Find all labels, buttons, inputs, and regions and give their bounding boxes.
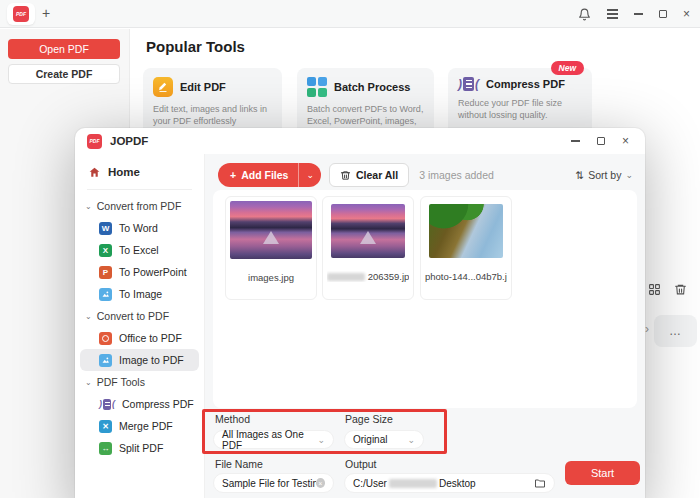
file-name-field-label: File Name (215, 458, 263, 470)
open-pdf-button[interactable]: Open PDF (8, 39, 120, 59)
new-tab-button[interactable]: + (42, 5, 50, 21)
page-size-select[interactable]: Original ⌄ (344, 430, 424, 449)
image-thumbnail (429, 204, 503, 258)
tool-card-description: Edit text, images and links in your PDF … (153, 104, 272, 127)
folder-browse-icon[interactable] (534, 477, 546, 489)
file-grid-panel: images.jpg 206359.jpg photo-144...04b7b.… (213, 190, 637, 408)
clear-input-icon[interactable]: × (316, 478, 325, 488)
merge-icon: ✕ (99, 420, 112, 433)
image-thumbnail (331, 204, 405, 258)
new-badge: New (551, 61, 584, 75)
edit-pdf-icon (153, 77, 173, 97)
chevron-down-icon: ⌄ (407, 435, 415, 445)
add-files-dropdown-chevron[interactable]: ⌄ (299, 170, 321, 180)
start-button[interactable]: Start (565, 461, 640, 485)
tool-card-title: Batch Process (334, 81, 410, 93)
dialog-close-button[interactable]: × (622, 135, 629, 147)
sidebar-item-merge-pdf[interactable]: ✕ Merge PDF (75, 415, 204, 437)
home-icon (88, 166, 101, 179)
create-pdf-button[interactable]: Create PDF (8, 64, 120, 84)
output-label: Output (345, 458, 377, 470)
notification-bell-icon[interactable] (578, 8, 591, 21)
file-card[interactable]: photo-144...04b7b.jpg (420, 196, 512, 300)
dialog-logo-icon: PDF (87, 134, 102, 149)
maximize-button[interactable] (659, 10, 667, 18)
grid-view-icon[interactable] (648, 283, 661, 296)
method-label: Method (215, 413, 250, 425)
sidebar-item-split-pdf[interactable]: ↔ Split PDF (75, 437, 204, 459)
word-icon: W (99, 222, 112, 235)
trash-icon[interactable] (674, 283, 687, 296)
sidebar-item-compress-pdf[interactable]: )( Compress PDF (75, 393, 204, 415)
powerpoint-icon: P (99, 266, 112, 279)
sidebar-group-convert-to-pdf[interactable]: ⌄ Convert to PDF (75, 305, 204, 327)
tool-card-title: Edit PDF (180, 81, 226, 93)
plus-icon: + (230, 169, 236, 181)
dialog-sidebar: Home ⌄ Convert from PDF W To Word X To E… (75, 154, 205, 498)
dialog-title-bar: PDF JOPDF × (75, 128, 645, 154)
file-name-label: images.jpg (230, 272, 312, 283)
sidebar-group-pdf-tools[interactable]: ⌄ PDF Tools (75, 371, 204, 393)
chevron-down-icon: ⌄ (625, 170, 633, 180)
tool-card-description: Reduce your PDF file size without lossin… (458, 98, 582, 121)
jopdf-dialog: PDF JOPDF × Home ⌄ Convert from PDF W To… (75, 128, 645, 498)
minimize-button[interactable] (634, 13, 643, 15)
tab-bar: PDF + × (0, 0, 700, 28)
page-size-label: Page Size (345, 413, 393, 425)
sidebar-item-to-powerpoint[interactable]: P To PowerPoint (75, 261, 204, 283)
app-logo-icon: PDF (13, 6, 29, 22)
sort-icon: ⇅ (575, 169, 584, 181)
sidebar-item-to-word[interactable]: W To Word (75, 217, 204, 239)
chevron-down-icon: ⌄ (85, 202, 92, 211)
redacted-text (327, 273, 365, 281)
dialog-title: JOPDF (110, 135, 148, 147)
chevron-down-icon: ⌄ (317, 435, 325, 445)
excel-icon: X (99, 244, 112, 257)
sidebar-item-to-image[interactable]: To Image (75, 283, 204, 305)
chevron-down-icon: ⌄ (85, 378, 92, 387)
app-screen: PDF + × Open PDF Create PDF Popular Tool… (0, 0, 700, 498)
image-icon (99, 288, 112, 301)
split-icon: ↔ (99, 442, 112, 455)
image-icon (99, 354, 112, 367)
app-tab[interactable]: PDF (7, 3, 35, 25)
file-name-input[interactable]: Sample File for Testing × (213, 473, 334, 493)
dialog-maximize-button[interactable] (597, 137, 605, 145)
sidebar-group-convert-from-pdf[interactable]: ⌄ Convert from PDF (75, 195, 204, 217)
add-files-button[interactable]: + Add Files ⌄ (218, 163, 321, 187)
sidebar-item-to-excel[interactable]: X To Excel (75, 239, 204, 261)
menu-icon[interactable] (607, 9, 618, 19)
output-path-input[interactable]: C:/User Desktop (344, 473, 555, 493)
office-icon (99, 332, 112, 345)
chevron-down-icon: ⌄ (85, 312, 92, 321)
dialog-minimize-button[interactable] (571, 140, 580, 142)
dialog-main: + Add Files ⌄ Clear All 3 images added ⇅… (205, 154, 645, 498)
compress-pdf-icon: )( (458, 77, 479, 91)
method-select[interactable]: All Images as One PDF ⌄ (213, 430, 334, 449)
file-name-label: photo-144...04b7b.jpg (425, 271, 507, 282)
redacted-text (389, 479, 437, 488)
sidebar-item-image-to-pdf[interactable]: Image to PDF (80, 349, 199, 371)
tool-card-title: Compress PDF (486, 78, 565, 90)
images-added-status: 3 images added (419, 169, 494, 181)
sidebar-item-home[interactable]: Home (75, 160, 204, 184)
compress-pdf-icon: )( (99, 399, 115, 410)
image-thumbnail (230, 201, 312, 259)
batch-process-icon (307, 77, 327, 97)
close-button[interactable]: × (683, 8, 690, 20)
sidebar-divider (87, 189, 192, 190)
trash-icon (340, 170, 351, 181)
clear-all-button[interactable]: Clear All (329, 163, 409, 187)
chevron-right-icon[interactable]: › (645, 322, 649, 336)
file-card[interactable]: images.jpg (225, 196, 317, 300)
popular-tools-title: Popular Tools (146, 38, 245, 55)
sort-by-button[interactable]: ⇅ Sort by ⌄ (575, 169, 633, 181)
sidebar-item-office-to-pdf[interactable]: Office to PDF (75, 327, 204, 349)
file-name-label: 206359.jpg (327, 271, 409, 282)
more-options-button[interactable]: … (654, 315, 697, 347)
file-card[interactable]: 206359.jpg (322, 196, 414, 300)
